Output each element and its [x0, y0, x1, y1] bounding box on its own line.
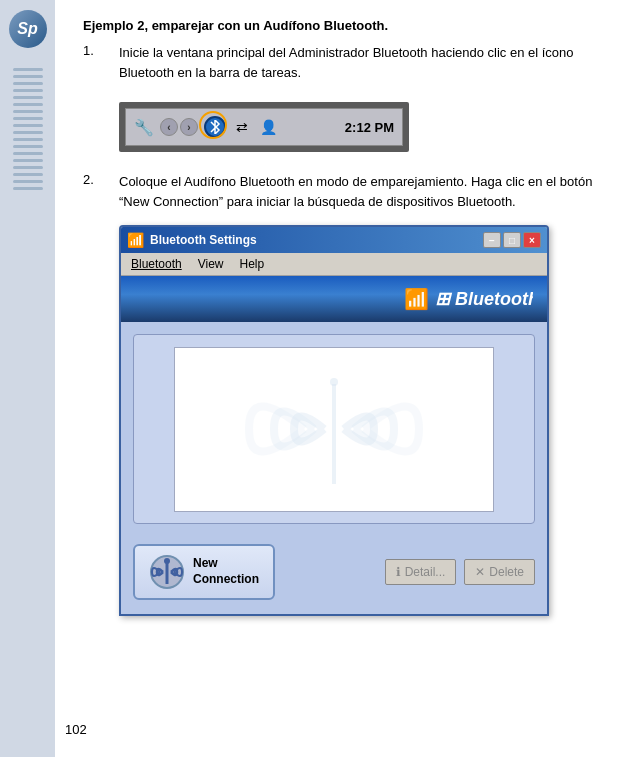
svg-text:⊞ Bluetooth: ⊞ Bluetooth [435, 289, 533, 309]
taskbar-time: 2:12 PM [345, 120, 394, 135]
taskbar-nav: ‹ › [160, 118, 198, 136]
bluetooth-signal-svg [234, 354, 434, 504]
step2-block: 2. Coloque el Audífono Bluetooth en modo… [83, 172, 604, 211]
step1-text: Inicie la ventana principal del Administ… [119, 43, 574, 82]
window-controls: − □ × [483, 232, 541, 248]
nav-back-btn[interactable]: ‹ [160, 118, 178, 136]
menu-help[interactable]: Help [234, 255, 271, 273]
bluetooth-buttons-area: New Connection ℹ Detail... ✕ Delete [121, 536, 547, 614]
section-title: Ejemplo 2, emparejar con un Audífono Blu… [83, 18, 604, 33]
bluetooth-canvas [174, 347, 494, 512]
new-connection-button[interactable]: New Connection [133, 544, 275, 600]
menu-bluetooth[interactable]: Bluetooth [125, 255, 188, 273]
bluetooth-icon-ring [199, 111, 227, 139]
close-button[interactable]: × [523, 232, 541, 248]
nav-fwd-btn[interactable]: › [180, 118, 198, 136]
new-connection-text: New Connection [193, 556, 259, 587]
delete-button[interactable]: ✕ Delete [464, 559, 535, 585]
step2-number: 2. [83, 172, 119, 211]
maximize-button[interactable]: □ [503, 232, 521, 248]
right-buttons: ℹ Detail... ✕ Delete [385, 559, 535, 585]
step2-text: Coloque el Audífono Bluetooth en modo de… [119, 172, 592, 211]
bluetooth-taskbar-icon-wrap [204, 116, 226, 138]
new-connection-icon [149, 554, 185, 590]
user-icon: 👤 [258, 117, 278, 137]
step1-number: 1. [83, 43, 119, 82]
wrench-icon: 🔧 [134, 117, 154, 137]
left-sidebar: Sp [0, 0, 55, 757]
bluetooth-main-area [121, 322, 547, 536]
taskbar-inner: 🔧 ‹ › ⇄ 👤 [125, 108, 403, 146]
titlebar-icon: 📶 [127, 232, 144, 248]
sidebar-decoration [13, 68, 43, 194]
detail-icon: ℹ [396, 565, 401, 579]
window-titlebar: 📶 Bluetooth Settings − □ × [121, 227, 547, 253]
minimize-button[interactable]: − [483, 232, 501, 248]
detail-button[interactable]: ℹ Detail... [385, 559, 457, 585]
bluetooth-settings-window: 📶 Bluetooth Settings − □ × Bluetooth Vie… [119, 225, 549, 616]
network-icon: ⇄ [232, 117, 252, 137]
sidebar-logo: Sp [9, 10, 47, 48]
step1-block: 1. Inicie la ventana principal del Admin… [83, 43, 604, 82]
bluetooth-brand-header: 📶 ⊞ Bluetooth [121, 276, 547, 322]
window-menubar: Bluetooth View Help [121, 253, 547, 276]
taskbar-mockup: 🔧 ‹ › ⇄ 👤 [119, 102, 604, 152]
page-number: 102 [65, 722, 87, 737]
svg-point-5 [164, 558, 170, 564]
svg-point-2 [330, 378, 338, 386]
window-title: Bluetooth Settings [150, 233, 483, 247]
delete-icon: ✕ [475, 565, 485, 579]
bluetooth-brand-text: ⊞ Bluetooth [433, 283, 533, 316]
bluetooth-brand-symbol: 📶 [404, 287, 429, 311]
taskbar-outer: 🔧 ‹ › ⇄ 👤 [119, 102, 409, 152]
menu-view[interactable]: View [192, 255, 230, 273]
bluetooth-inner-panel [133, 334, 535, 524]
main-content: Ejemplo 2, emparejar con un Audífono Blu… [55, 0, 632, 666]
